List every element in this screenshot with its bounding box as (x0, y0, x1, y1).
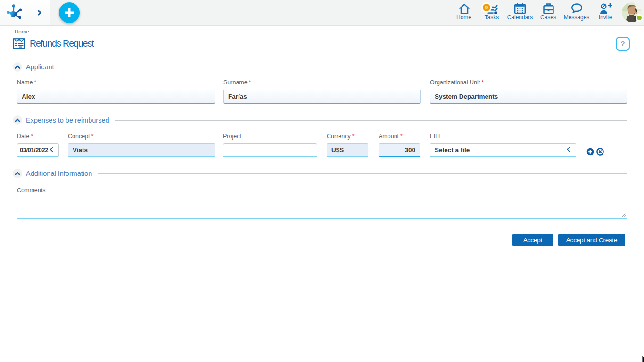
name-input[interactable] (17, 90, 215, 104)
add-circle-icon (586, 148, 594, 156)
expenses-fields-row: Date* Concept* Project Currency* Amount*… (17, 133, 627, 157)
page-title: Refunds Request (30, 38, 94, 49)
nav-icon-wrap (590, 2, 620, 14)
required-asterisk: * (91, 133, 94, 140)
required-asterisk: * (249, 79, 251, 86)
nav-tasks-label: Tasks (477, 15, 507, 21)
concept-input[interactable] (68, 143, 215, 157)
add-row-button[interactable] (586, 148, 594, 156)
resize-handle-icon[interactable] (621, 212, 626, 217)
remove-row-button[interactable] (596, 148, 604, 156)
nav-icon-wrap (533, 2, 563, 14)
section-divider (98, 173, 627, 174)
expand-menu-chevron-icon[interactable] (37, 10, 42, 16)
field-org-unit: Organizational Unit* (430, 79, 627, 104)
project-input[interactable] (223, 143, 317, 157)
field-label: Organizational Unit* (430, 79, 627, 86)
applicant-fields-row: Name* Surname* Organizational Unit* (17, 79, 627, 104)
nav-calendars[interactable]: Calendars (505, 2, 535, 21)
nav-icon-wrap (505, 2, 535, 14)
add-person-icon (599, 2, 612, 14)
page-header: Refunds Request ? (17, 37, 627, 50)
new-case-button[interactable] (59, 2, 80, 23)
field-file: FILE (430, 133, 576, 157)
section-divider (115, 120, 627, 121)
surname-input[interactable] (223, 90, 421, 104)
field-label: Surname* (223, 79, 421, 86)
logo-area (0, 0, 50, 25)
field-label: Project (223, 133, 317, 140)
briefcase-icon (543, 2, 554, 14)
nav-invite[interactable]: Invite (590, 2, 620, 21)
mouse-cursor (642, 356, 644, 362)
collapse-applicant-button[interactable] (13, 62, 22, 72)
field-label: Amount* (379, 133, 420, 140)
remove-circle-icon (596, 148, 604, 156)
required-asterisk: * (481, 79, 484, 86)
home-icon (458, 2, 470, 14)
nav-home[interactable]: Home (449, 2, 479, 21)
message-bubble-icon (571, 2, 583, 14)
chevron-up-icon (15, 172, 20, 175)
nav-tasks[interactable]: Tasks 9 (477, 2, 507, 21)
required-asterisk: * (352, 133, 355, 140)
required-asterisk: * (400, 133, 403, 140)
file-input[interactable] (430, 143, 576, 157)
nav-calendars-label: Calendars (505, 15, 535, 21)
nav-cases-label: Cases (533, 15, 563, 21)
nav-messages[interactable]: Messages (561, 2, 592, 21)
collapse-additional-button[interactable] (13, 169, 22, 178)
accept-button[interactable]: Accept (512, 234, 553, 246)
comments-textarea[interactable] (17, 197, 627, 219)
nav-messages-label: Messages (561, 15, 592, 21)
field-currency: Currency* (327, 133, 368, 157)
name-label: Name (17, 79, 33, 86)
currency-label: Currency (327, 133, 351, 140)
date-input[interactable] (17, 143, 59, 157)
section-additional-header: Additional Information (17, 169, 627, 178)
form-actions: Accept Accept and Create (17, 234, 627, 246)
chevron-up-icon (15, 65, 20, 69)
date-label: Date (17, 133, 29, 140)
field-label: Name* (17, 79, 215, 86)
field-surname: Surname* (223, 79, 421, 104)
org-unit-input[interactable] (430, 90, 627, 104)
section-expenses-title: Expenses to be reimbursed (26, 116, 109, 124)
field-concept: Concept* (68, 133, 215, 157)
nav-cases[interactable]: Cases (533, 2, 563, 21)
field-label: FILE (430, 133, 576, 140)
amount-input[interactable] (379, 143, 420, 157)
nav-invite-label: Invite (590, 15, 620, 21)
breadcrumb[interactable]: Home (15, 26, 627, 34)
nav-icon-wrap (561, 2, 592, 14)
field-amount: Amount* (379, 133, 420, 157)
field-label: Concept* (68, 133, 215, 140)
bizagi-logo-icon[interactable] (7, 4, 22, 19)
required-asterisk: * (34, 79, 36, 86)
section-additional-title: Additional Information (26, 170, 92, 177)
org-unit-label: Organizational Unit (430, 79, 480, 86)
comments-field (17, 197, 627, 219)
user-avatar[interactable] (622, 2, 642, 22)
concept-label: Concept (68, 133, 90, 140)
comments-label-row: Comments (17, 187, 627, 194)
section-divider (60, 67, 627, 67)
form-icon (13, 37, 25, 50)
section-applicant-header: Applicant (17, 62, 627, 72)
plus-icon (64, 8, 74, 18)
collapse-expenses-button[interactable] (13, 115, 22, 125)
required-asterisk: * (31, 133, 33, 140)
accept-and-create-button[interactable]: Accept and Create (558, 234, 625, 246)
help-button[interactable]: ? (616, 37, 630, 51)
currency-input[interactable] (327, 143, 368, 157)
amount-label: Amount (379, 133, 399, 140)
field-project: Project (223, 133, 317, 157)
calendar-icon (514, 2, 526, 14)
field-name: Name* (17, 79, 215, 104)
field-label: Date* (17, 133, 59, 140)
chevron-up-icon (15, 118, 20, 122)
nav-home-label: Home (449, 15, 479, 21)
surname-label: Surname (223, 79, 248, 86)
field-date: Date* (17, 133, 59, 157)
project-label: Project (223, 133, 241, 140)
